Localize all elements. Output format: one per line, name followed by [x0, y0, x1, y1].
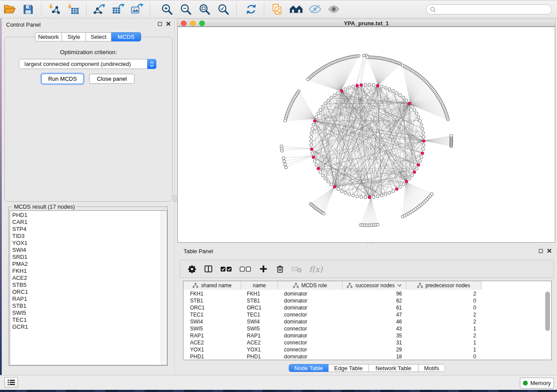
table-scrollbar-thumb[interactable]	[545, 292, 550, 331]
table-row[interactable]: YOX1YOX1connector291	[183, 346, 481, 353]
float-panel-icon[interactable]	[158, 22, 162, 26]
close-panel-button[interactable]: Close panel	[89, 74, 135, 84]
search-icon	[430, 7, 436, 13]
float-table-panel-icon[interactable]	[539, 249, 543, 253]
mcds-result-item[interactable]: TID3	[10, 233, 167, 240]
mcds-result-item[interactable]: STP4	[10, 226, 167, 233]
table-row[interactable]: SWI4SWI4dominator462	[183, 318, 481, 325]
task-history-button[interactable]	[4, 377, 18, 388]
show-columns-button[interactable]	[202, 262, 215, 275]
tab-node-table[interactable]: Node Table	[289, 364, 329, 372]
save-session-button[interactable]	[20, 2, 36, 17]
table-row[interactable]: SWI5SWI5connector431	[183, 325, 481, 332]
mcds-result-item[interactable]: CAR1	[10, 219, 167, 226]
refresh-view-button[interactable]	[243, 2, 259, 17]
mcds-result-item[interactable]: SRD1	[10, 254, 167, 261]
table-cell: TEC1	[241, 311, 278, 318]
table-row[interactable]: PHD1PHD1dominator180	[183, 353, 481, 360]
open-session-button[interactable]	[1, 2, 17, 17]
close-panel-icon[interactable]	[166, 21, 171, 26]
mcds-result-item[interactable]: PMA2	[10, 261, 167, 268]
tab-network-table[interactable]: Network Table	[369, 364, 419, 372]
mcds-tab-content: Optimization criterion: largest connecte…	[4, 37, 173, 202]
memory-button[interactable]: Memory	[520, 378, 554, 389]
close-table-panel-icon[interactable]	[547, 248, 552, 253]
mcds-result-item[interactable]: ORC1	[10, 289, 167, 296]
tab-motifs[interactable]: Motifs	[419, 364, 445, 372]
import-table-button[interactable]	[65, 2, 81, 17]
mcds-result-item[interactable]: RAP1	[10, 296, 167, 303]
search-input[interactable]	[426, 4, 552, 14]
mcds-result-item[interactable]: STB1	[10, 303, 167, 309]
control-panel: Control Panel Optimization criterion: la…	[2, 18, 175, 375]
optimization-criterion-dropdown[interactable]: largest connected component (undirected)	[19, 59, 156, 69]
table-row[interactable]: STB1STB1dominator620	[183, 297, 481, 304]
column-header-predecessor-nodes[interactable]: predecessor nodes	[406, 281, 481, 290]
eye-icon	[327, 4, 340, 14]
deselect-all-button[interactable]	[238, 262, 253, 275]
delete-table-button[interactable]	[290, 262, 303, 275]
column-header-shared-name[interactable]: shared name	[183, 281, 241, 290]
column-header-label: shared name	[201, 282, 232, 289]
columns-icon	[204, 264, 213, 274]
export-image-button[interactable]	[129, 2, 145, 17]
import-table-icon	[67, 3, 80, 15]
tab-style[interactable]: Style	[62, 32, 86, 41]
mcds-result-item[interactable]: SWI4	[10, 247, 167, 254]
select-all-button[interactable]	[218, 262, 234, 275]
mcds-result-item[interactable]: GCR1	[10, 323, 167, 330]
export-network-button[interactable]	[91, 2, 107, 17]
table-cell: dominator	[278, 318, 343, 325]
share-network-document-button[interactable]	[269, 2, 285, 17]
home-button[interactable]	[288, 2, 304, 17]
table-row[interactable]: FKH1FKH1dominator962	[183, 290, 481, 297]
table-row[interactable]: ACE2ACE2connector311	[183, 339, 481, 346]
add-column-button[interactable]	[257, 262, 270, 275]
zoom-fit-button[interactable]	[197, 2, 213, 17]
share-document-icon	[271, 3, 283, 15]
mcds-result-scrollbar[interactable]	[161, 211, 167, 365]
table-cell: STB1	[241, 297, 278, 304]
tab-network[interactable]: Network	[35, 32, 62, 41]
mcds-result-item[interactable]: FKH1	[10, 268, 167, 275]
mcds-result-item[interactable]: SWI5	[10, 309, 167, 316]
zoom-in-icon	[161, 3, 173, 15]
table-cell: 2	[406, 290, 481, 297]
mcds-result-item[interactable]: TEC1	[10, 316, 167, 323]
mcds-result-item[interactable]: YOX1	[10, 240, 167, 247]
function-builder-button[interactable]: f(x)	[307, 262, 325, 275]
mcds-result-item[interactable]: ACE2	[10, 275, 167, 282]
table-cell: SWI5	[183, 325, 241, 332]
hide-graphics-details-button[interactable]	[307, 2, 323, 17]
column-header-MCDS-role[interactable]: MCDS role	[278, 281, 343, 290]
table-cell: 0	[406, 304, 481, 311]
network-view-title: YPA_prune.txt_1	[177, 20, 555, 27]
table-cell: 35	[343, 332, 406, 339]
network-graph[interactable]	[178, 27, 556, 243]
column-settings-gear-button[interactable]	[185, 262, 198, 275]
table-row[interactable]: ORC1ORC1dominator610	[183, 304, 481, 311]
tab-mcds[interactable]: MCDS	[111, 32, 141, 41]
mcds-result-item[interactable]: STB5	[10, 282, 167, 289]
tab-select[interactable]: Select	[86, 32, 111, 41]
import-network-button[interactable]	[46, 2, 62, 17]
desktop-wallpaper-bottom	[0, 390, 557, 392]
table-cell: connector	[278, 325, 343, 332]
zoom-selected-button[interactable]	[215, 2, 232, 17]
network-view-titlebar[interactable]: YPA_prune.txt_1	[177, 19, 556, 27]
zoom-out-button[interactable]	[178, 2, 194, 17]
table-row[interactable]: TEC1TEC1connector472	[183, 311, 481, 318]
tab-edge-table[interactable]: Edge Table	[329, 364, 369, 372]
table-row[interactable]: RAP1RAP1dominator352	[183, 332, 481, 339]
show-graphics-details-button[interactable]	[325, 2, 342, 17]
mcds-result-item[interactable]: PHD1	[10, 212, 167, 219]
column-header-label: name	[253, 282, 266, 289]
vertical-splitter-grip[interactable]	[173, 195, 176, 202]
column-header-successor-nodes[interactable]: successor nodes	[343, 281, 406, 290]
export-table-button[interactable]	[110, 2, 126, 17]
delete-column-button[interactable]	[273, 262, 287, 275]
zoom-in-button[interactable]	[159, 2, 175, 17]
network-canvas[interactable]	[177, 27, 555, 243]
column-header-name[interactable]: name	[241, 281, 278, 290]
run-mcds-button[interactable]: Run MCDS	[42, 74, 83, 84]
